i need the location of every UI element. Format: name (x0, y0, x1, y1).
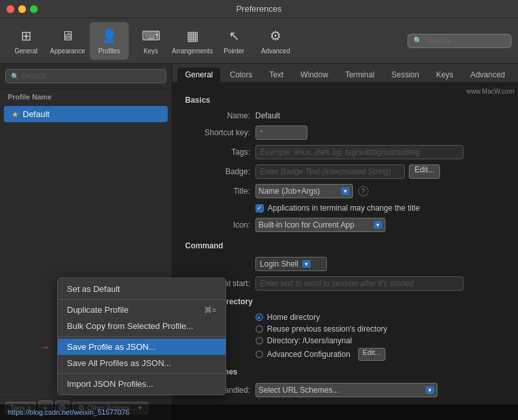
icon-row: Icon: Built-in Icon for Current App ▾ (185, 218, 505, 232)
menu-item-bulk-copy[interactable]: Bulk Copy from Selected Profile... (58, 318, 226, 334)
toolbar-item-profiles[interactable]: 👤 Profiles (90, 22, 129, 60)
appearance-icon: 🖥 (58, 27, 77, 45)
badge-row: Badge: Enter Badge Text (Interpolated St… (185, 164, 505, 179)
badge-input[interactable]: Enter Badge Text (Interpolated String) (255, 164, 405, 179)
working-directory-section-title: Working Directory (185, 297, 505, 306)
radio-reuse-icon (255, 325, 263, 333)
radio-home-label: Home directory (267, 313, 320, 322)
sidebar-header: Profile Name (0, 89, 172, 103)
radio-custom-directory[interactable]: Directory: /Users/ianynal (255, 336, 505, 345)
arrow-indicator: → (40, 341, 50, 353)
profile-item-default[interactable]: ★ Default (4, 106, 168, 122)
toolbar-label-profiles: Profiles (98, 47, 120, 55)
toolbar-item-appearance[interactable]: 🖥 Appearance (48, 22, 87, 60)
sidebar-search-input[interactable]: 🔍 Search (5, 69, 166, 83)
menu-item-label: Import JSON Profiles... (67, 379, 153, 389)
tab-session[interactable]: Session (383, 68, 427, 82)
toolbar-label-appearance: Appearance (50, 47, 85, 55)
watermark: www.MacW.com (467, 88, 514, 95)
tab-general[interactable]: General (177, 68, 221, 82)
login-shell-dropdown[interactable]: Login Shell ▾ (255, 257, 327, 271)
toolbar-label-arrangements: Arrangements (172, 47, 213, 55)
send-text-placeholder: Enter text to send to session after it's… (260, 279, 413, 288)
radio-custom-label: Directory: /Users/ianynal (267, 336, 352, 345)
shortcut-label: Shortcut key: (185, 128, 250, 137)
title-checkbox[interactable]: ✓ (255, 204, 264, 213)
icon-dropdown[interactable]: Built-in Icon for Current App ▾ (255, 218, 385, 232)
name-value: Default (255, 111, 280, 120)
tags-input[interactable]: Example: linux, dark bg, tag/subtag/subs… (255, 145, 463, 159)
arrangements-icon: ▦ (183, 27, 201, 45)
schemes-dropdown[interactable]: Select URL Schemes... ▾ (255, 383, 437, 397)
pointer-icon: ↖ (225, 27, 243, 45)
help-button[interactable]: ? (358, 186, 369, 196)
tab-window[interactable]: Window (292, 68, 336, 82)
title-value: Name (Job+Args) (259, 187, 320, 196)
menu-item-label: Bulk Copy from Selected Profile... (67, 321, 193, 331)
title-checkbox-row: ✓ Applications in terminal may change th… (255, 203, 505, 213)
tab-colors[interactable]: Colors (222, 68, 260, 82)
basics-section-title: Basics (185, 96, 505, 105)
title-row: Title: Name (Job+Args) ▾ ? (185, 184, 505, 198)
toolbar: ⊞ General 🖥 Appearance 👤 Profiles ⌨ Keys… (0, 18, 518, 64)
badge-edit-button[interactable]: Edit... (409, 164, 441, 179)
tab-advanced[interactable]: Advanced (463, 68, 513, 82)
toolbar-label-general: General (14, 47, 38, 55)
menu-item-save-json[interactable]: → Save Profile as JSON... (58, 339, 226, 355)
chevron-down-icon: ▾ (426, 386, 434, 394)
icon-value: Built-in Icon for Current App (259, 220, 354, 230)
menu-divider (58, 299, 226, 300)
radio-custom-icon (255, 337, 263, 345)
schemes-row: Schemes handled: Select URL Schemes... ▾ (185, 383, 505, 397)
tags-placeholder: Example: linux, dark bg, tag/subtag/subs… (260, 148, 420, 157)
radio-home-icon (255, 313, 263, 321)
radio-advanced-config[interactable]: Advanced Configuration Edit... (255, 348, 505, 361)
login-shell-value: Login Shell (260, 259, 298, 269)
radio-reuse-label: Reuse previous session's directory (267, 324, 387, 334)
menu-item-import-json[interactable]: Import JSON Profiles... (58, 376, 226, 392)
advanced-config-edit-button[interactable]: Edit... (358, 348, 385, 361)
minimize-button[interactable] (18, 5, 26, 13)
toolbar-label-advanced: Advanced (261, 47, 290, 55)
title-dropdown[interactable]: Name (Job+Args) ▾ (255, 184, 353, 198)
radio-reuse-directory[interactable]: Reuse previous session's directory (255, 324, 505, 334)
toolbar-item-pointer[interactable]: ↖ Pointer (214, 22, 253, 60)
name-row: Name: Default (185, 111, 505, 120)
toolbar-item-general[interactable]: ⊞ General (6, 22, 45, 60)
shortcut-row: Shortcut key: ⌃ (185, 125, 505, 140)
toolbar-search-placeholder: Search (425, 36, 450, 46)
toolbar-item-keys[interactable]: ⌨ Keys (131, 22, 170, 60)
other-actions-dropdown: Set as Default Duplicate Profile ⌘= Bulk… (57, 278, 226, 395)
maximize-button[interactable] (30, 5, 38, 13)
tab-keys[interactable]: Keys (428, 68, 461, 82)
main-layout: 🔍 Search Profile Name ★ Default Tags > +… (0, 64, 518, 420)
shortcut-dropdown[interactable]: ⌃ (255, 125, 307, 140)
toolbar-item-advanced[interactable]: ⚙ Advanced (256, 22, 295, 60)
radio-advanced-icon (255, 350, 263, 358)
radio-home-directory[interactable]: Home directory (255, 313, 505, 322)
toolbar-label-keys: Keys (144, 47, 158, 55)
schemes-value: Select URL Schemes... (259, 386, 339, 395)
star-icon: ★ (12, 110, 19, 119)
chevron-down-icon: ▾ (341, 187, 350, 195)
toolbar-item-arrangements[interactable]: ▦ Arrangements (173, 22, 212, 60)
titlebar: Preferences (0, 0, 518, 18)
close-button[interactable] (6, 5, 14, 13)
toolbar-search[interactable]: 🔍 Search (408, 34, 512, 48)
menu-divider-2 (58, 336, 226, 337)
tab-terminal[interactable]: Terminal (337, 68, 382, 82)
radio-advanced-label: Advanced Configuration (267, 350, 350, 359)
tab-text[interactable]: Text (261, 68, 291, 82)
title-checkbox-label: Applications in terminal may change the … (268, 203, 420, 213)
menu-item-duplicate[interactable]: Duplicate Profile ⌘= (58, 302, 226, 318)
send-text-input[interactable]: Enter text to send to session after it's… (255, 276, 463, 291)
menu-item-label: Set as Default (67, 284, 120, 294)
sidebar-search-placeholder: Search (21, 72, 46, 81)
menu-item-set-default[interactable]: Set as Default (58, 281, 226, 297)
menu-item-label: Save Profile as JSON... (67, 342, 156, 352)
badge-label: Badge: (185, 167, 250, 176)
menu-item-save-all-json[interactable]: Save All Profiles as JSON... (58, 355, 226, 371)
chevron-down-icon: ▾ (302, 260, 311, 268)
window-controls (6, 5, 38, 13)
window-title: Preferences (236, 4, 281, 14)
